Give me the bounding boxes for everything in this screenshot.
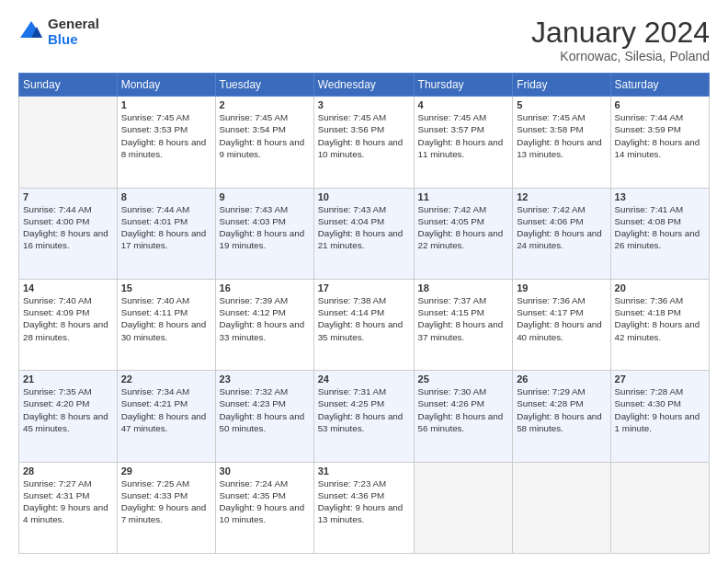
- calendar-cell: 12Sunrise: 7:42 AM Sunset: 4:06 PM Dayli…: [513, 188, 610, 279]
- calendar-cell: [513, 462, 610, 553]
- calendar-cell: 20Sunrise: 7:36 AM Sunset: 4:18 PM Dayli…: [610, 279, 709, 370]
- day-number: 11: [418, 191, 509, 202]
- day-info: Sunrise: 7:45 AM Sunset: 3:54 PM Dayligh…: [220, 111, 310, 160]
- calendar-cell: [414, 462, 513, 553]
- day-number: 12: [517, 191, 606, 202]
- day-number: 23: [220, 373, 310, 385]
- calendar-cell: 14Sunrise: 7:40 AM Sunset: 4:09 PM Dayli…: [19, 279, 118, 370]
- day-number: 19: [517, 282, 606, 293]
- calendar-cell: 13Sunrise: 7:41 AM Sunset: 4:08 PM Dayli…: [610, 188, 709, 279]
- logo-text: General Blue: [48, 17, 99, 47]
- day-info: Sunrise: 7:38 AM Sunset: 4:14 PM Dayligh…: [318, 294, 410, 343]
- col-friday: Friday: [513, 74, 610, 97]
- col-monday: Monday: [117, 74, 215, 97]
- calendar-cell: 10Sunrise: 7:43 AM Sunset: 4:04 PM Dayli…: [313, 188, 414, 279]
- calendar-cell: 31Sunrise: 7:23 AM Sunset: 4:36 PM Dayli…: [313, 462, 414, 553]
- calendar-cell: 1Sunrise: 7:45 AM Sunset: 3:53 PM Daylig…: [117, 97, 215, 188]
- day-info: Sunrise: 7:23 AM Sunset: 4:36 PM Dayligh…: [318, 477, 410, 526]
- logo-blue-label: Blue: [48, 32, 99, 48]
- day-number: 4: [418, 99, 509, 110]
- day-info: Sunrise: 7:40 AM Sunset: 4:11 PM Dayligh…: [121, 294, 211, 343]
- calendar-cell: 16Sunrise: 7:39 AM Sunset: 4:12 PM Dayli…: [215, 279, 313, 370]
- col-thursday: Thursday: [414, 74, 513, 97]
- day-number: 25: [418, 373, 509, 385]
- page: General Blue January 2024 Kornowac, Sile…: [0, 0, 728, 563]
- day-info: Sunrise: 7:28 AM Sunset: 4:30 PM Dayligh…: [615, 385, 705, 434]
- calendar-week-row: 14Sunrise: 7:40 AM Sunset: 4:09 PM Dayli…: [19, 279, 710, 370]
- col-wednesday: Wednesday: [313, 74, 414, 97]
- calendar-cell: 25Sunrise: 7:30 AM Sunset: 4:26 PM Dayli…: [414, 371, 513, 462]
- logo-icon: [18, 19, 44, 45]
- day-info: Sunrise: 7:39 AM Sunset: 4:12 PM Dayligh…: [220, 294, 310, 343]
- day-info: Sunrise: 7:35 AM Sunset: 4:20 PM Dayligh…: [23, 385, 113, 434]
- header: General Blue January 2024 Kornowac, Sile…: [18, 17, 710, 63]
- day-number: 9: [220, 191, 310, 202]
- day-number: 30: [220, 465, 310, 477]
- day-number: 3: [318, 99, 410, 110]
- day-info: Sunrise: 7:44 AM Sunset: 4:01 PM Dayligh…: [121, 203, 211, 252]
- day-number: 17: [318, 282, 410, 293]
- day-number: 16: [220, 282, 310, 293]
- day-number: 21: [23, 373, 113, 385]
- day-info: Sunrise: 7:45 AM Sunset: 3:58 PM Dayligh…: [517, 111, 606, 160]
- title-block: January 2024 Kornowac, Silesia, Poland: [531, 17, 710, 63]
- calendar-week-row: 1Sunrise: 7:45 AM Sunset: 3:53 PM Daylig…: [19, 97, 710, 188]
- calendar-cell: 28Sunrise: 7:27 AM Sunset: 4:31 PM Dayli…: [19, 462, 118, 553]
- calendar-cell: 26Sunrise: 7:29 AM Sunset: 4:28 PM Dayli…: [513, 371, 610, 462]
- day-info: Sunrise: 7:41 AM Sunset: 4:08 PM Dayligh…: [615, 203, 705, 252]
- col-saturday: Saturday: [610, 74, 709, 97]
- day-number: 22: [121, 373, 211, 385]
- day-info: Sunrise: 7:45 AM Sunset: 3:57 PM Dayligh…: [418, 111, 509, 160]
- col-sunday: Sunday: [19, 74, 118, 97]
- col-tuesday: Tuesday: [215, 74, 313, 97]
- day-number: 20: [615, 282, 705, 293]
- calendar-cell: [610, 462, 709, 553]
- calendar-week-row: 28Sunrise: 7:27 AM Sunset: 4:31 PM Dayli…: [19, 462, 710, 553]
- calendar-cell: 5Sunrise: 7:45 AM Sunset: 3:58 PM Daylig…: [513, 97, 610, 188]
- day-number: 18: [418, 282, 509, 293]
- day-info: Sunrise: 7:30 AM Sunset: 4:26 PM Dayligh…: [418, 385, 509, 434]
- location: Kornowac, Silesia, Poland: [531, 49, 710, 63]
- day-info: Sunrise: 7:44 AM Sunset: 4:00 PM Dayligh…: [23, 203, 113, 252]
- calendar-cell: 29Sunrise: 7:25 AM Sunset: 4:33 PM Dayli…: [117, 462, 215, 553]
- calendar-cell: 6Sunrise: 7:44 AM Sunset: 3:59 PM Daylig…: [610, 97, 709, 188]
- day-info: Sunrise: 7:43 AM Sunset: 4:04 PM Dayligh…: [318, 203, 410, 252]
- calendar-cell: 24Sunrise: 7:31 AM Sunset: 4:25 PM Dayli…: [313, 371, 414, 462]
- day-number: 1: [121, 99, 211, 110]
- calendar-cell: 8Sunrise: 7:44 AM Sunset: 4:01 PM Daylig…: [117, 188, 215, 279]
- day-info: Sunrise: 7:45 AM Sunset: 3:53 PM Dayligh…: [121, 111, 211, 160]
- day-info: Sunrise: 7:31 AM Sunset: 4:25 PM Dayligh…: [318, 385, 410, 434]
- day-number: 28: [23, 465, 113, 477]
- calendar-table: Sunday Monday Tuesday Wednesday Thursday…: [18, 73, 710, 554]
- day-info: Sunrise: 7:37 AM Sunset: 4:15 PM Dayligh…: [418, 294, 509, 343]
- calendar-cell: 15Sunrise: 7:40 AM Sunset: 4:11 PM Dayli…: [117, 279, 215, 370]
- calendar-cell: 21Sunrise: 7:35 AM Sunset: 4:20 PM Dayli…: [19, 371, 118, 462]
- day-number: 14: [23, 282, 113, 293]
- day-info: Sunrise: 7:43 AM Sunset: 4:03 PM Dayligh…: [220, 203, 310, 252]
- calendar-cell: 22Sunrise: 7:34 AM Sunset: 4:21 PM Dayli…: [117, 371, 215, 462]
- day-info: Sunrise: 7:25 AM Sunset: 4:33 PM Dayligh…: [121, 477, 211, 526]
- day-info: Sunrise: 7:42 AM Sunset: 4:05 PM Dayligh…: [418, 203, 509, 252]
- day-number: 26: [517, 373, 606, 385]
- day-number: 8: [121, 191, 211, 202]
- day-number: 24: [318, 373, 410, 385]
- calendar-cell: 17Sunrise: 7:38 AM Sunset: 4:14 PM Dayli…: [313, 279, 414, 370]
- calendar-week-row: 7Sunrise: 7:44 AM Sunset: 4:00 PM Daylig…: [19, 188, 710, 279]
- day-info: Sunrise: 7:44 AM Sunset: 3:59 PM Dayligh…: [615, 111, 705, 160]
- day-info: Sunrise: 7:29 AM Sunset: 4:28 PM Dayligh…: [517, 385, 606, 434]
- logo-general-label: General: [48, 17, 99, 32]
- header-row: Sunday Monday Tuesday Wednesday Thursday…: [19, 74, 710, 97]
- day-number: 5: [517, 99, 606, 110]
- day-info: Sunrise: 7:34 AM Sunset: 4:21 PM Dayligh…: [121, 385, 211, 434]
- day-number: 13: [615, 191, 705, 202]
- day-info: Sunrise: 7:24 AM Sunset: 4:35 PM Dayligh…: [220, 477, 310, 526]
- day-info: Sunrise: 7:36 AM Sunset: 4:17 PM Dayligh…: [517, 294, 606, 343]
- day-number: 29: [121, 465, 211, 477]
- day-info: Sunrise: 7:36 AM Sunset: 4:18 PM Dayligh…: [615, 294, 705, 343]
- calendar-cell: 4Sunrise: 7:45 AM Sunset: 3:57 PM Daylig…: [414, 97, 513, 188]
- calendar-cell: 27Sunrise: 7:28 AM Sunset: 4:30 PM Dayli…: [610, 371, 709, 462]
- day-number: 15: [121, 282, 211, 293]
- calendar-cell: 23Sunrise: 7:32 AM Sunset: 4:23 PM Dayli…: [215, 371, 313, 462]
- day-number: 10: [318, 191, 410, 202]
- calendar-cell: 30Sunrise: 7:24 AM Sunset: 4:35 PM Dayli…: [215, 462, 313, 553]
